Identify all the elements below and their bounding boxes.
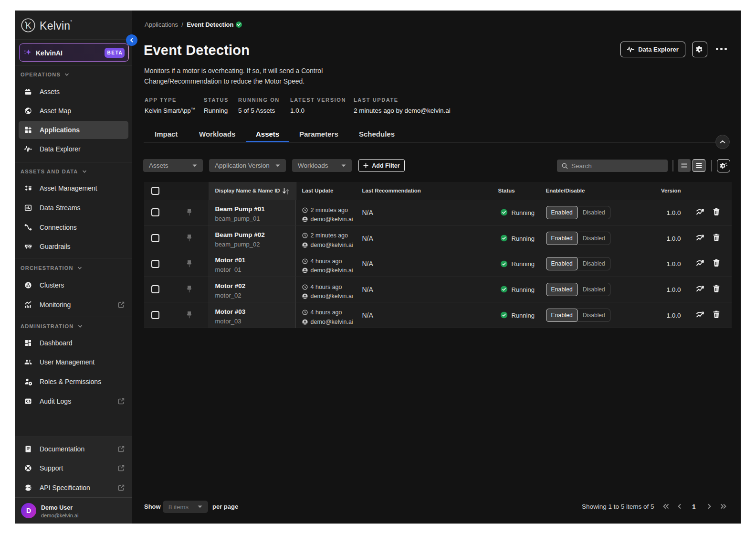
svg-text:K: K bbox=[25, 21, 31, 31]
